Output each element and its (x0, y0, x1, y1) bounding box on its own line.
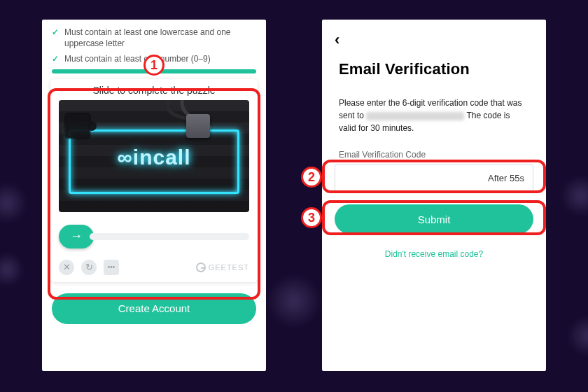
submit-button[interactable]: Submit (335, 204, 533, 234)
annotation-badge-2: 2 (301, 167, 322, 188)
resend-link[interactable]: Didn't receive email code? (322, 249, 546, 259)
verification-screen: ‹ Email Verification Please enter the 6-… (322, 20, 546, 371)
annotation-badge-1: 1 (144, 55, 164, 76)
verification-description: Please enter the 6-digit verification co… (322, 78, 546, 134)
requirement-text: Must contain at least one number (0–9) (64, 53, 211, 64)
check-icon: ✓ (52, 27, 59, 49)
captcha-provider: GEETEST (196, 262, 249, 272)
captcha-card: Slide to complete the puzzle ∞incall → ✕… (50, 79, 258, 282)
annotation-badge-3: 3 (301, 207, 322, 228)
puzzle-slot (66, 114, 90, 138)
requirement-item: ✓ Must contain at least one lowercase an… (52, 27, 256, 49)
captcha-image: ∞incall (59, 100, 249, 212)
verification-code-input[interactable]: After 55s (335, 164, 533, 192)
captcha-slider[interactable]: → (59, 225, 249, 248)
arrow-right-icon: → (70, 229, 83, 244)
create-account-button[interactable]: Create Account (52, 293, 256, 324)
chevron-left-icon: ‹ (335, 31, 340, 48)
masked-email (366, 112, 464, 120)
feedback-icon[interactable]: ••• (104, 260, 119, 275)
puzzle-piece[interactable] (186, 114, 210, 138)
slider-track (90, 233, 249, 240)
captcha-title: Slide to complete the puzzle (50, 79, 258, 100)
close-icon[interactable]: ✕ (59, 260, 74, 275)
back-button[interactable]: ‹ (322, 20, 546, 49)
geetest-icon (196, 262, 206, 272)
check-icon: ✓ (52, 53, 59, 64)
refresh-icon[interactable]: ↻ (81, 260, 97, 275)
resend-timer: After 55s (488, 173, 524, 183)
page-title: Email Verification (322, 49, 546, 78)
slider-handle[interactable]: → (59, 225, 94, 248)
code-field-label: Email Verification Code (322, 134, 546, 160)
requirement-text: Must contain at least one lowercase and … (64, 27, 256, 49)
captcha-brand: incall (133, 146, 191, 169)
